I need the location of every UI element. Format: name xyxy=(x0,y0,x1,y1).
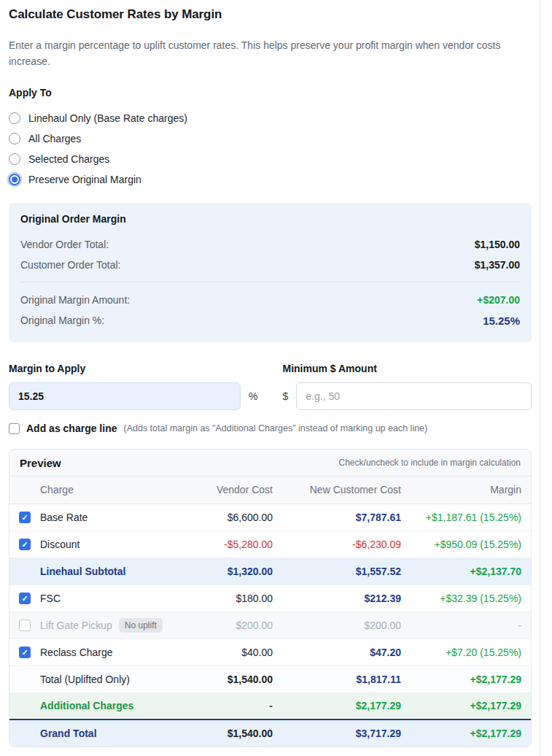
radio-option-all-charges[interactable]: All Charges xyxy=(9,128,532,149)
add-as-charge-line-hint: (Adds total margin as "Additional Charge… xyxy=(123,423,427,433)
checkbox-cell: ✓ xyxy=(9,531,40,558)
vendor-cost: $1,540.00 xyxy=(178,720,273,747)
margin-value: +$950.09 (15.25%) xyxy=(401,531,531,558)
table-row-fsc: ✓FSC$180.00$212.39+$32.39 (15.25%) xyxy=(9,585,531,612)
inputs-row: Margin to Apply % Minimum $ Amount $ xyxy=(9,363,532,410)
row-checkbox-lift-gate-pickup[interactable] xyxy=(19,620,31,631)
col-new-customer-cost: New Customer Cost xyxy=(273,477,401,504)
margin-box-rows: Vendor Order Total: $1,150.00 Customer O… xyxy=(20,234,520,275)
table-header-row: Charge Vendor Cost New Customer Cost Mar… xyxy=(9,477,531,504)
preview-title: Preview xyxy=(20,457,61,469)
preview-header: Preview Check/uncheck to include in marg… xyxy=(9,450,531,477)
new-customer-cost: $1,817.11 xyxy=(273,666,401,693)
charge-name: Linehaul Subtotal xyxy=(40,566,125,577)
vendor-cost: - xyxy=(178,693,273,720)
radio-option-preserve-original-margin[interactable]: Preserve Original Margin xyxy=(9,169,532,190)
add-as-charge-line-label: Add as charge line xyxy=(26,423,117,434)
table-row-discount: ✓Discount-$5,280.00-$6,230.09+$950.09 (1… xyxy=(9,531,531,558)
margin-box-row: Vendor Order Total: $1,150.00 xyxy=(20,234,520,255)
vendor-cost: $1,320.00 xyxy=(178,558,273,585)
add-as-charge-line-row: Add as charge line (Adds total margin as… xyxy=(9,423,532,434)
margin-box-row: Original Margin Amount: +$207.00 xyxy=(20,290,520,310)
apply-to-group: Linehaul Only (Base Rate charges) All Ch… xyxy=(9,108,532,190)
margin-to-apply-label: Margin to Apply xyxy=(9,363,258,374)
vendor-cost: $6,600.00 xyxy=(178,504,273,531)
row-checkbox-discount[interactable]: ✓ xyxy=(19,539,31,550)
table-row-total-uplifted-only: Total (Uplifted Only)$1,540.00$1,817.11+… xyxy=(9,666,531,693)
col-vendor-cost: Vendor Cost xyxy=(178,477,273,504)
margin-value: +$7.20 (15.25%) xyxy=(401,639,531,666)
checkbox-cell: ✓ xyxy=(9,504,40,531)
table-row-grand-total: Grand Total$1,540.00$3,717.29+$2,177.29 xyxy=(9,720,531,747)
margin-box-row-value: 15.25% xyxy=(483,315,520,327)
radio-option-selected-charges[interactable]: Selected Charges xyxy=(9,149,532,169)
new-customer-cost: $7,787.61 xyxy=(273,504,401,531)
col-charge: Charge xyxy=(40,477,178,504)
margin-dialog: Calculate Customer Rates by Margin Enter… xyxy=(0,0,552,756)
margin-value: +$2,177.29 xyxy=(401,693,531,720)
margin-box-row-label: Original Margin %: xyxy=(20,315,104,326)
row-checkbox-base-rate[interactable]: ✓ xyxy=(19,512,31,523)
radio-label: Preserve Original Margin xyxy=(28,174,141,185)
margin-value: +$2,177.29 xyxy=(401,720,531,747)
margin-box-row-value: +$207.00 xyxy=(477,294,520,306)
charge-name: Additional Charges xyxy=(40,700,133,711)
preview-table: Charge Vendor Cost New Customer Cost Mar… xyxy=(9,477,531,747)
row-checkbox-reclass-charge[interactable]: ✓ xyxy=(19,647,31,658)
charge-name: FSC xyxy=(40,593,61,604)
radio-icon xyxy=(9,133,20,144)
charge-name: Grand Total xyxy=(40,728,97,739)
new-customer-cost: $47.20 xyxy=(273,639,401,666)
page-title: Calculate Customer Rates by Margin xyxy=(9,7,532,22)
margin-box-row: Customer Order Total: $1,357.00 xyxy=(20,255,520,275)
row-checkbox-fsc[interactable]: ✓ xyxy=(19,593,31,604)
charge-name-cell: Additional Charges xyxy=(40,693,178,720)
scroll-gutter-divider xyxy=(540,0,540,756)
original-margin-box: Original Order Margin Vendor Order Total… xyxy=(9,203,532,342)
radio-label: Selected Charges xyxy=(28,153,109,165)
col-checkbox xyxy=(9,477,40,504)
minimum-amount-input[interactable] xyxy=(296,382,532,410)
margin-to-apply-input[interactable] xyxy=(9,382,241,410)
charge-name-cell: Discount xyxy=(40,531,178,558)
charge-name: Base Rate xyxy=(40,512,88,523)
charge-name-cell: Base Rate xyxy=(40,504,178,531)
table-row-additional-charges: Additional Charges-$2,177.29+$2,177.29 xyxy=(9,693,531,720)
minimum-amount-label: Minimum $ Amount xyxy=(283,363,532,374)
checkbox-cell: ✓ xyxy=(9,639,40,666)
margin-box-row-value: $1,150.00 xyxy=(475,239,520,250)
new-customer-cost: $200.00 xyxy=(273,612,401,639)
preview-hint: Check/uncheck to include in margin calcu… xyxy=(339,458,521,468)
vendor-cost: $40.00 xyxy=(178,639,273,666)
charge-name-cell: FSC xyxy=(40,585,178,612)
checkbox-cell xyxy=(9,666,40,693)
margin-box-row-label: Original Margin Amount: xyxy=(20,294,130,306)
margin-value: +$32.39 (15.25%) xyxy=(401,585,531,612)
checkbox-cell xyxy=(9,558,40,585)
charge-name-cell: Lift Gate PickupNo uplift xyxy=(40,612,178,639)
radio-option-linehaul-only-base-rate-charges[interactable]: Linehaul Only (Base Rate charges) xyxy=(9,108,532,128)
col-margin: Margin xyxy=(401,477,531,504)
new-customer-cost: -$6,230.09 xyxy=(273,531,401,558)
original-margin-box-title: Original Order Margin xyxy=(20,213,520,225)
margin-box-row-label: Vendor Order Total: xyxy=(20,239,109,250)
preview-table-body: ✓Base Rate$6,600.00$7,787.61+$1,187.61 (… xyxy=(9,504,531,747)
margin-value: +$1,187.61 (15.25%) xyxy=(401,504,531,531)
table-row-base-rate: ✓Base Rate$6,600.00$7,787.61+$1,187.61 (… xyxy=(9,504,531,531)
apply-to-label: Apply To xyxy=(9,87,532,99)
radio-label: Linehaul Only (Base Rate charges) xyxy=(28,112,187,124)
vendor-cost: -$5,280.00 xyxy=(178,531,273,558)
dialog-description: Enter a margin percentage to uplift cust… xyxy=(9,37,519,69)
vendor-cost: $200.00 xyxy=(178,612,273,639)
margin-box-row: Original Margin %: 15.25% xyxy=(20,310,520,331)
radio-icon xyxy=(9,174,20,185)
table-row-linehaul-subtotal: Linehaul Subtotal$1,320.00$1,557.52+$2,1… xyxy=(9,558,531,585)
add-as-charge-line-checkbox[interactable] xyxy=(9,423,20,434)
new-customer-cost: $3,717.29 xyxy=(273,720,401,747)
table-row-reclass-charge: ✓Reclass Charge$40.00$47.20+$7.20 (15.25… xyxy=(9,639,531,666)
radio-icon xyxy=(9,153,20,165)
checkbox-cell: ✓ xyxy=(9,585,40,612)
charge-name-cell: Total (Uplifted Only) xyxy=(40,666,178,693)
margin-box-row-value: $1,357.00 xyxy=(475,259,520,271)
charge-name: Discount xyxy=(40,539,79,550)
